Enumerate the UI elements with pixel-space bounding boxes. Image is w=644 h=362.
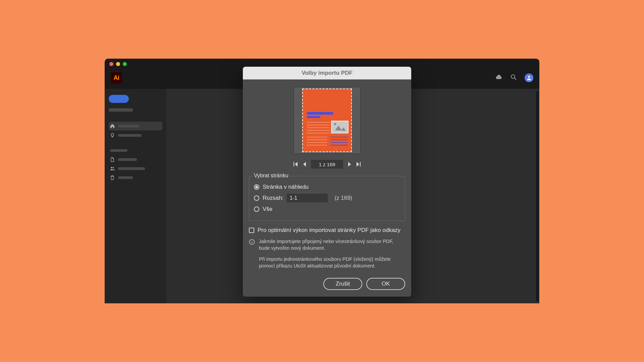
dialog-title: Volby importu PDF bbox=[243, 67, 411, 79]
sidebar-item-deleted[interactable] bbox=[109, 173, 162, 182]
search-icon[interactable] bbox=[511, 74, 517, 81]
button-label: OK bbox=[382, 281, 390, 287]
sidebar-item-shared[interactable] bbox=[109, 165, 162, 173]
radio-previewed-page[interactable]: Stránka v náhledu bbox=[254, 184, 400, 190]
ok-button[interactable]: OK bbox=[366, 278, 405, 290]
avatar[interactable] bbox=[525, 73, 533, 82]
button-label: Zrušit bbox=[336, 281, 350, 287]
sidebar-item-label bbox=[118, 167, 145, 170]
people-icon bbox=[110, 167, 115, 171]
window-controls bbox=[109, 62, 127, 66]
last-page-button[interactable] bbox=[356, 162, 361, 167]
first-page-button[interactable] bbox=[293, 162, 298, 167]
checkbox-icon bbox=[249, 228, 254, 233]
sidebar-item-label bbox=[118, 158, 137, 161]
import-as-links-checkbox[interactable]: Pro optimální výkon importovat stránky P… bbox=[249, 227, 405, 234]
scrollbar[interactable] bbox=[536, 91, 539, 301]
close-window-button[interactable] bbox=[109, 62, 113, 66]
radio-icon bbox=[254, 195, 259, 201]
page-number-input[interactable] bbox=[311, 160, 343, 169]
cloud-icon[interactable] bbox=[495, 74, 502, 81]
dialog-button-row: Zrušit OK bbox=[249, 278, 405, 290]
thumb-image-placeholder bbox=[331, 121, 348, 133]
lightbulb-icon bbox=[110, 133, 115, 138]
svg-point-0 bbox=[511, 75, 515, 78]
stage: Ai bbox=[78, 44, 566, 318]
page-thumbnail bbox=[302, 88, 352, 152]
radio-icon bbox=[254, 184, 259, 190]
preview-frame bbox=[293, 87, 361, 154]
info-note: Jakmile importujete připojený nebo víces… bbox=[249, 238, 405, 269]
radio-all[interactable]: Vše bbox=[254, 206, 400, 213]
select-page-fieldset: Vybrat stránku Stránka v náhledu Rozsah:… bbox=[249, 176, 405, 221]
radio-label: Vše bbox=[263, 206, 272, 213]
info-icon bbox=[249, 239, 255, 269]
info-text: Jakmile importujete připojený nebo víces… bbox=[259, 238, 405, 269]
next-page-button[interactable] bbox=[348, 162, 351, 167]
sidebar-item-label bbox=[118, 125, 140, 127]
svg-point-9 bbox=[252, 240, 252, 241]
sidebar-section-heading bbox=[110, 149, 127, 152]
thumb-subheading-shape bbox=[307, 116, 320, 118]
svg-point-2 bbox=[528, 76, 530, 78]
dialog-body: Vybrat stránku Stránka v náhledu Rozsah:… bbox=[243, 79, 411, 297]
range-input[interactable] bbox=[287, 194, 328, 202]
thumb-heading-shape bbox=[307, 112, 333, 115]
app-logo-text: Ai bbox=[114, 74, 119, 81]
app-window: Ai bbox=[105, 59, 539, 303]
sidebar-item-label bbox=[118, 176, 133, 179]
info-paragraph: Jakmile importujete připojený nebo víces… bbox=[259, 238, 405, 251]
sidebar-heading-skeleton bbox=[109, 108, 133, 112]
document-icon bbox=[110, 157, 115, 162]
sidebar-item-home[interactable] bbox=[109, 122, 162, 130]
sidebar-item-learn[interactable] bbox=[109, 131, 162, 140]
radio-icon bbox=[254, 206, 259, 212]
pdf-import-options-dialog: Volby importu PDF bbox=[243, 67, 411, 297]
app-logo: Ai bbox=[111, 72, 122, 83]
prev-page-button[interactable] bbox=[303, 162, 306, 167]
sidebar-item-label bbox=[118, 134, 142, 137]
sidebar-item-files[interactable] bbox=[109, 155, 162, 164]
svg-point-3 bbox=[111, 167, 112, 168]
radio-label: Rozsah: bbox=[263, 195, 283, 201]
sidebar-primary-button[interactable] bbox=[109, 95, 129, 103]
toolbar-right bbox=[495, 73, 533, 82]
svg-rect-6 bbox=[360, 162, 361, 167]
trash-icon bbox=[110, 175, 115, 180]
svg-rect-5 bbox=[293, 162, 294, 167]
radio-label: Stránka v náhledu bbox=[263, 184, 309, 190]
home-icon bbox=[110, 124, 115, 128]
range-total: (z 169) bbox=[334, 195, 352, 201]
fieldset-legend: Vybrat stránku bbox=[253, 173, 290, 179]
page-navigator bbox=[249, 160, 405, 169]
svg-point-4 bbox=[113, 167, 114, 169]
cancel-button[interactable]: Zrušit bbox=[323, 278, 362, 290]
minimize-window-button[interactable] bbox=[116, 62, 120, 66]
sidebar bbox=[105, 89, 166, 303]
maximize-window-button[interactable] bbox=[123, 62, 127, 66]
radio-range[interactable]: Rozsah: (z 169) bbox=[254, 194, 400, 202]
page-preview bbox=[249, 87, 405, 154]
info-paragraph: Při importu jednostránkového souboru PDF… bbox=[259, 256, 405, 269]
checkbox-label: Pro optimální výkon importovat stránky P… bbox=[258, 227, 400, 234]
svg-line-1 bbox=[515, 78, 516, 80]
